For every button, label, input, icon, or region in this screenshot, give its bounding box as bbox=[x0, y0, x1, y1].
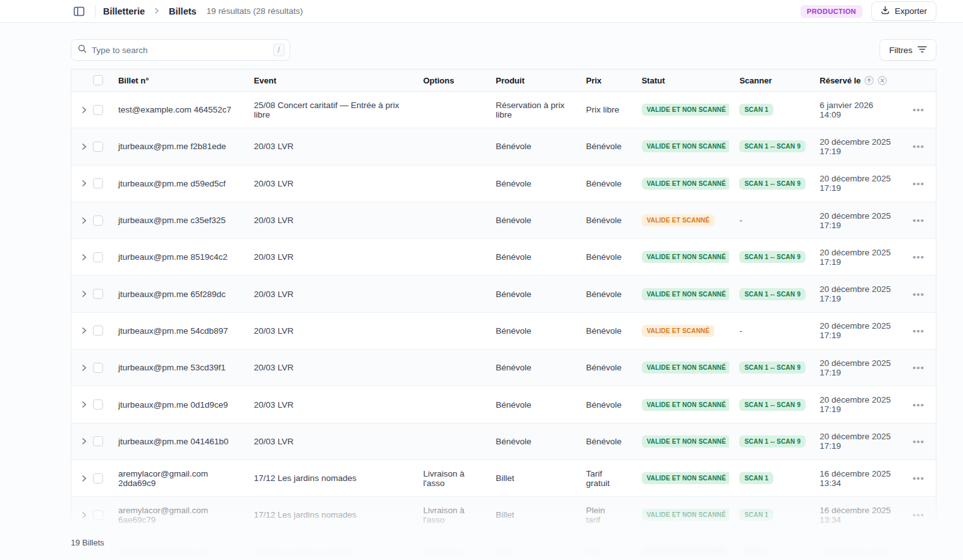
product-name: Bénévole bbox=[486, 142, 576, 151]
row-actions-menu-icon[interactable]: ••• bbox=[912, 215, 924, 226]
table-row[interactable]: jturbeaux@pm.me 8519c4c2 20/03 LVR Bénév… bbox=[71, 239, 936, 276]
chevron-right-icon bbox=[154, 7, 160, 16]
row-checkbox[interactable] bbox=[93, 510, 103, 520]
expand-row-icon[interactable] bbox=[80, 364, 88, 372]
table-row[interactable]: jturbeaux@pm.me f2b81ede 20/03 LVR Bénév… bbox=[71, 128, 936, 165]
status-cell: VALIDE ET NON SCANNÉ bbox=[632, 435, 730, 447]
table-row[interactable]: jturbeaux@pm.me 65f289dc 20/03 LVR Bénév… bbox=[71, 276, 936, 312]
scanner-cell: - bbox=[729, 326, 809, 336]
status-badge: VALIDE ET NON SCANNÉ bbox=[642, 435, 730, 447]
status-badge: VALIDE ET NON SCANNÉ bbox=[642, 140, 730, 152]
row-actions-menu-icon[interactable]: ••• bbox=[912, 473, 924, 484]
divider bbox=[95, 5, 95, 18]
table-row[interactable]: test@example.com 464552c7 25/08 Concert … bbox=[71, 92, 936, 128]
reserved-date: 20 décembre 2025 17:19 bbox=[809, 137, 906, 156]
row-actions-menu-icon[interactable]: ••• bbox=[912, 326, 924, 336]
billet-number: jturbeaux@pm.me 53cd39f1 bbox=[113, 363, 249, 372]
row-checkbox[interactable] bbox=[93, 436, 103, 446]
expand-row-icon[interactable] bbox=[80, 511, 88, 519]
table-row[interactable]: jturbeaux@pm.me 53cd39f1 20/03 LVR Bénév… bbox=[71, 350, 936, 386]
column-statut: Statut bbox=[632, 76, 730, 85]
filters-button[interactable]: Filtres bbox=[880, 39, 936, 61]
table-row[interactable]: aremylacor@gmail.com 2dda69c9 17/12 Les … bbox=[71, 460, 936, 497]
row-checkbox[interactable] bbox=[93, 326, 103, 336]
event-name: 25/08 Concert caritatif — Entrée à prix … bbox=[249, 100, 419, 119]
download-icon bbox=[881, 6, 890, 16]
row-checkbox[interactable] bbox=[93, 142, 103, 152]
table-row[interactable]: aremylacor@gmail.com 17/12 Les jardins n… bbox=[71, 534, 936, 560]
reserved-date: 20 décembre 2025 17:19 bbox=[809, 395, 906, 414]
row-actions-menu-icon[interactable]: ••• bbox=[912, 104, 924, 115]
status-cell: VALIDE ET NON SCANNÉ bbox=[632, 509, 730, 521]
results-count: 19 résultats (28 résultats) bbox=[207, 6, 303, 16]
row-checkbox[interactable] bbox=[93, 178, 103, 188]
row-actions-menu-icon[interactable]: ••• bbox=[912, 547, 924, 557]
expand-row-icon[interactable] bbox=[80, 143, 88, 150]
status-badge: VALIDE ET NON SCANNÉ bbox=[642, 399, 730, 411]
product-name: Billet bbox=[486, 510, 576, 520]
row-checkbox[interactable] bbox=[93, 216, 103, 226]
scanner-cell: SCAN 1 bbox=[729, 546, 809, 558]
row-checkbox[interactable] bbox=[93, 363, 103, 373]
billet-number: test@example.com 464552c7 bbox=[113, 105, 249, 114]
row-checkbox[interactable] bbox=[93, 289, 103, 299]
scanner-cell: SCAN 1 -- SCAN 9 bbox=[729, 178, 809, 190]
expand-row-icon[interactable] bbox=[80, 548, 88, 556]
price-value: Bénévole bbox=[576, 326, 632, 336]
sort-ascending-icon[interactable] bbox=[864, 76, 874, 85]
row-actions-menu-icon[interactable]: ••• bbox=[912, 289, 924, 300]
expand-row-icon[interactable] bbox=[80, 217, 88, 224]
table-row[interactable]: jturbeaux@pm.me 041461b0 20/03 LVR Bénév… bbox=[71, 423, 936, 460]
row-checkbox[interactable] bbox=[93, 547, 103, 557]
row-checkbox[interactable] bbox=[93, 252, 103, 262]
search-box[interactable]: / bbox=[71, 39, 290, 61]
row-actions-menu-icon[interactable]: ••• bbox=[912, 509, 924, 520]
row-checkbox[interactable] bbox=[93, 399, 103, 410]
row-actions-menu-icon[interactable]: ••• bbox=[912, 178, 924, 189]
expand-row-icon[interactable] bbox=[80, 327, 88, 334]
expand-row-icon[interactable] bbox=[80, 290, 88, 298]
options-value: Livraison à bbox=[418, 547, 486, 557]
row-checkbox[interactable] bbox=[93, 105, 103, 115]
row-actions-menu-icon[interactable]: ••• bbox=[912, 141, 924, 152]
table-row[interactable]: jturbeaux@pm.me 0d1d9ce9 20/03 LVR Bénév… bbox=[71, 386, 936, 423]
scanner-cell: SCAN 1 -- SCAN 9 bbox=[729, 140, 809, 152]
sidebar-toggle-icon[interactable] bbox=[71, 3, 87, 20]
expand-row-icon[interactable] bbox=[80, 401, 88, 408]
reserved-date: 20 décembre 2025 17:19 bbox=[809, 321, 906, 340]
table-row[interactable]: jturbeaux@pm.me c35ef325 20/03 LVR Bénév… bbox=[71, 202, 936, 239]
product-name: Bénévole bbox=[486, 289, 576, 299]
price-value: Bénévole bbox=[576, 252, 632, 262]
table-row[interactable]: jturbeaux@pm.me d59ed5cf 20/03 LVR Bénév… bbox=[71, 166, 936, 202]
scanner-cell: SCAN 1 -- SCAN 9 bbox=[729, 435, 809, 447]
breadcrumb-section[interactable]: Billetterie bbox=[103, 6, 145, 16]
reserved-date: 20 décembre 2025 17:19 bbox=[809, 358, 906, 377]
row-actions-menu-icon[interactable]: ••• bbox=[912, 252, 924, 262]
expand-row-icon[interactable] bbox=[80, 253, 88, 261]
total-count-label: 19 Billets bbox=[71, 538, 104, 547]
row-actions-menu-icon[interactable]: ••• bbox=[912, 399, 924, 410]
row-actions-menu-icon[interactable]: ••• bbox=[912, 436, 924, 447]
price-value: Bénévole bbox=[576, 179, 632, 188]
row-checkbox[interactable] bbox=[93, 473, 103, 484]
product-name: Billet bbox=[486, 547, 576, 557]
table-row[interactable]: aremylacor@gmail.com 6ae69c79 17/12 Les … bbox=[71, 497, 936, 533]
select-all-checkbox[interactable] bbox=[93, 75, 103, 85]
breadcrumb-page[interactable]: Billets bbox=[169, 6, 197, 16]
clear-sort-icon[interactable] bbox=[878, 76, 887, 85]
row-actions-menu-icon[interactable]: ••• bbox=[912, 362, 924, 373]
expand-row-icon[interactable] bbox=[80, 437, 88, 445]
expand-row-icon[interactable] bbox=[80, 180, 88, 187]
expand-row-icon[interactable] bbox=[80, 475, 88, 482]
export-button[interactable]: Exporter bbox=[871, 1, 936, 21]
product-name: Bénévole bbox=[486, 179, 576, 188]
scanner-badge: SCAN 1 bbox=[739, 509, 773, 521]
scanner-badge: SCAN 1 -- SCAN 9 bbox=[739, 435, 806, 447]
column-produit: Produit bbox=[486, 76, 576, 85]
product-name: Bénévole bbox=[486, 216, 576, 225]
billet-number: jturbeaux@pm.me d59ed5cf bbox=[113, 179, 249, 188]
search-input[interactable] bbox=[92, 46, 268, 55]
price-value: Tarif bbox=[576, 547, 632, 557]
table-row[interactable]: jturbeaux@pm.me 54cdb897 20/03 LVR Bénév… bbox=[71, 313, 936, 350]
expand-row-icon[interactable] bbox=[80, 106, 88, 114]
